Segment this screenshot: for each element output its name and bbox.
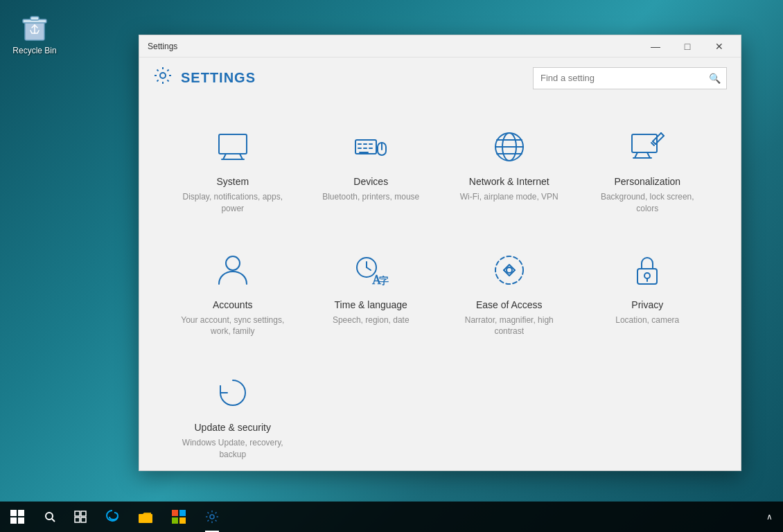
settings-item-personalization[interactable]: Personalization Background, lock screen,… <box>582 112 714 229</box>
settings-item-accounts[interactable]: Accounts Your account, sync settings, wo… <box>167 236 299 352</box>
devices-desc: Bluetooth, printers, mouse <box>322 191 419 203</box>
taskbar-search-button[interactable] <box>35 502 65 532</box>
svg-line-6 <box>240 154 243 159</box>
svg-rect-56 <box>172 517 178 524</box>
search-icon: 🔍 <box>703 73 726 84</box>
settings-item-privacy[interactable]: Privacy Location, camera <box>582 236 714 352</box>
personalization-icon <box>626 126 668 168</box>
system-name: System <box>216 176 249 187</box>
settings-item-ease[interactable]: Ease of Access Narrator, magnifier, high… <box>443 236 575 352</box>
time-icon: A 字 <box>350 249 392 291</box>
update-desc: Windows Update, recovery, backup <box>174 437 292 461</box>
personalization-name: Personalization <box>614 176 680 187</box>
svg-point-3 <box>160 73 166 78</box>
title-bar: Settings — □ ✕ <box>139 35 741 57</box>
privacy-desc: Location, camera <box>615 314 679 326</box>
ease-name: Ease of Access <box>476 299 543 310</box>
time-desc: Speech, region, date <box>333 314 410 326</box>
privacy-icon <box>626 249 668 291</box>
svg-point-41 <box>644 273 650 278</box>
svg-rect-51 <box>75 517 80 522</box>
svg-rect-54 <box>172 510 178 516</box>
accounts-icon <box>212 249 254 291</box>
system-icon <box>212 126 254 168</box>
svg-rect-57 <box>179 517 186 524</box>
devices-name: Devices <box>353 176 388 187</box>
svg-point-58 <box>210 515 214 519</box>
personalization-desc: Background, lock screen, colors <box>589 191 707 215</box>
svg-rect-50 <box>81 511 86 516</box>
ease-icon <box>489 249 530 291</box>
title-bar-controls: — □ ✕ <box>640 35 735 57</box>
taskbar-store[interactable] <box>162 502 195 532</box>
settings-title: SETTINGS <box>181 70 256 86</box>
start-button[interactable] <box>0 502 35 532</box>
taskbar-edge[interactable] <box>96 502 129 532</box>
svg-line-24 <box>635 152 637 158</box>
svg-rect-55 <box>179 510 186 516</box>
svg-rect-44 <box>18 510 24 516</box>
update-icon <box>212 372 254 414</box>
system-desc: Display, notifications, apps, power <box>174 191 292 215</box>
network-name: Network & Internet <box>469 176 549 187</box>
settings-item-system[interactable]: System Display, notifications, apps, pow… <box>167 112 299 229</box>
svg-rect-52 <box>81 517 86 522</box>
accounts-desc: Your account, sync settings, work, famil… <box>174 314 292 338</box>
svg-line-5 <box>223 154 226 159</box>
minimize-button[interactable]: — <box>640 35 671 57</box>
settings-header: SETTINGS 🔍 <box>139 57 741 98</box>
recycle-bin-icon[interactable]: Recycle Bin <box>7 7 62 58</box>
svg-point-38 <box>495 256 523 284</box>
notification-chevron[interactable]: ∧ <box>761 502 777 532</box>
ease-desc: Narrator, magnifier, high contrast <box>450 314 568 338</box>
task-view-button[interactable] <box>65 502 96 532</box>
taskbar-right: ∧ <box>761 502 783 532</box>
svg-point-39 <box>507 267 512 273</box>
recycle-bin-svg <box>18 10 51 43</box>
window-title: Settings <box>145 42 640 51</box>
svg-point-47 <box>46 513 53 520</box>
svg-line-48 <box>52 519 55 522</box>
svg-rect-53 <box>139 514 152 523</box>
taskbar: ∧ <box>0 502 783 532</box>
network-desc: Wi-Fi, airplane mode, VPN <box>460 191 558 203</box>
time-name: Time & language <box>335 299 407 310</box>
privacy-name: Privacy <box>631 299 663 310</box>
desktop: Recycle Bin Settings — □ ✕ SETTINGS <box>0 0 783 532</box>
svg-text:字: 字 <box>379 276 389 286</box>
settings-item-time[interactable]: A 字 Time & language Speech, region, date <box>306 236 437 352</box>
settings-gear-icon <box>153 66 173 90</box>
accounts-name: Accounts <box>213 299 253 310</box>
svg-rect-46 <box>18 517 24 524</box>
svg-line-30 <box>661 133 664 136</box>
search-input[interactable] <box>534 73 703 83</box>
settings-item-devices[interactable]: Devices Bluetooth, printers, mouse <box>306 112 437 229</box>
svg-rect-23 <box>632 134 657 152</box>
settings-window: Settings — □ ✕ SETTINGS 🔍 <box>139 35 741 471</box>
svg-rect-49 <box>75 511 80 516</box>
update-name: Update & security <box>195 422 272 433</box>
taskbar-apps <box>96 502 229 532</box>
svg-point-32 <box>226 256 240 270</box>
svg-line-25 <box>647 152 650 158</box>
svg-rect-45 <box>10 517 17 524</box>
svg-rect-4 <box>219 134 247 154</box>
recycle-bin-label: Recycle Bin <box>12 46 56 55</box>
svg-rect-2 <box>30 17 39 20</box>
maximize-button[interactable]: □ <box>671 35 703 57</box>
taskbar-settings[interactable] <box>195 502 229 532</box>
taskbar-explorer[interactable] <box>129 502 162 532</box>
settings-grid: System Display, notifications, apps, pow… <box>139 98 741 470</box>
svg-rect-43 <box>10 510 17 516</box>
close-button[interactable]: ✕ <box>703 35 735 57</box>
settings-item-network[interactable]: Network & Internet Wi-Fi, airplane mode,… <box>443 112 575 229</box>
settings-item-update[interactable]: Update & security Windows Update, recove… <box>167 358 299 470</box>
settings-search-box[interactable]: 🔍 <box>533 67 727 89</box>
svg-line-35 <box>367 267 371 270</box>
devices-icon <box>350 126 392 168</box>
network-icon <box>489 126 530 168</box>
